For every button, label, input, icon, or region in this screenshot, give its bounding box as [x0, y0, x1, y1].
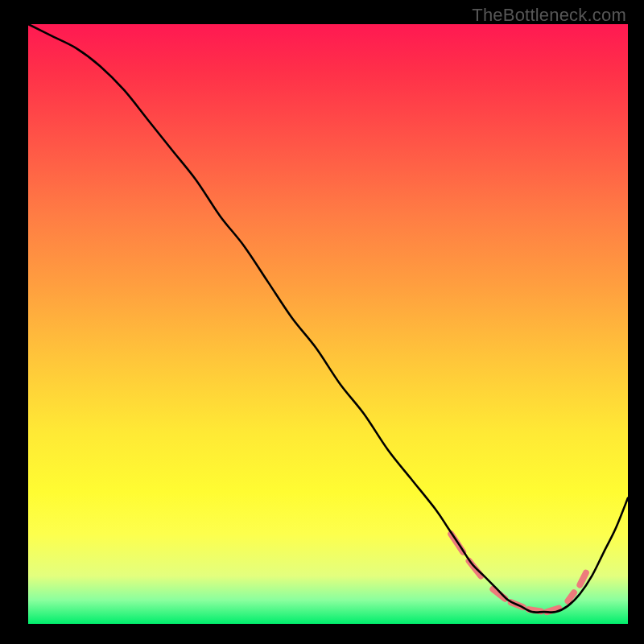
chart-svg — [28, 24, 628, 624]
attribution-text: TheBottleneck.com — [472, 5, 626, 26]
highlight-dash — [568, 592, 574, 601]
chart-container: TheBottleneck.com — [0, 0, 644, 644]
bottleneck-curve-line — [28, 24, 628, 613]
pink-dash-group — [451, 534, 586, 612]
plot-area — [28, 24, 628, 624]
highlight-dash — [580, 573, 585, 585]
